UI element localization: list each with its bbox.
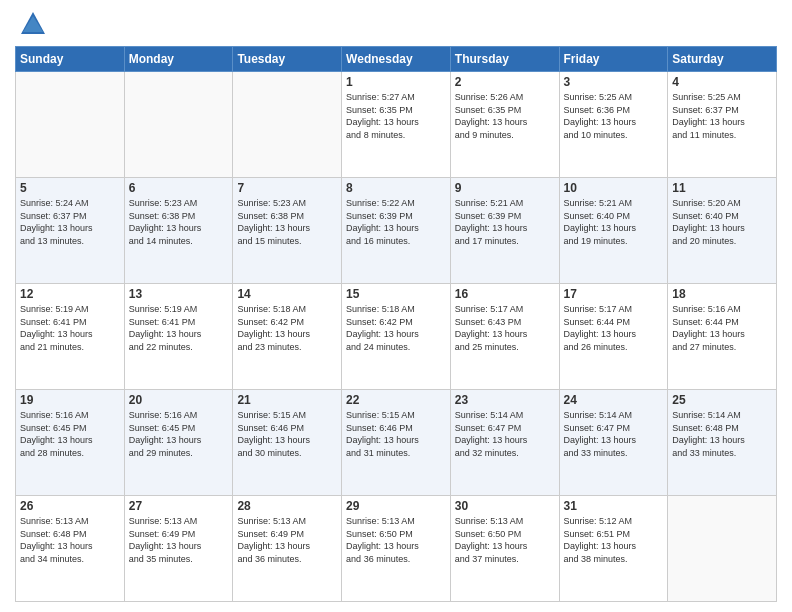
day-info: Sunrise: 5:21 AM Sunset: 6:39 PM Dayligh… bbox=[455, 197, 555, 247]
calendar-cell: 22Sunrise: 5:15 AM Sunset: 6:46 PM Dayli… bbox=[342, 390, 451, 496]
day-number: 22 bbox=[346, 393, 446, 407]
day-info: Sunrise: 5:13 AM Sunset: 6:49 PM Dayligh… bbox=[237, 515, 337, 565]
calendar-cell bbox=[124, 72, 233, 178]
day-info: Sunrise: 5:13 AM Sunset: 6:49 PM Dayligh… bbox=[129, 515, 229, 565]
calendar-cell: 26Sunrise: 5:13 AM Sunset: 6:48 PM Dayli… bbox=[16, 496, 125, 602]
logo-icon bbox=[19, 10, 47, 38]
calendar-table: SundayMondayTuesdayWednesdayThursdayFrid… bbox=[15, 46, 777, 602]
calendar-cell: 24Sunrise: 5:14 AM Sunset: 6:47 PM Dayli… bbox=[559, 390, 668, 496]
weekday-header-monday: Monday bbox=[124, 47, 233, 72]
day-info: Sunrise: 5:14 AM Sunset: 6:47 PM Dayligh… bbox=[455, 409, 555, 459]
weekday-header-tuesday: Tuesday bbox=[233, 47, 342, 72]
day-info: Sunrise: 5:16 AM Sunset: 6:45 PM Dayligh… bbox=[129, 409, 229, 459]
calendar-cell: 10Sunrise: 5:21 AM Sunset: 6:40 PM Dayli… bbox=[559, 178, 668, 284]
day-number: 11 bbox=[672, 181, 772, 195]
day-number: 21 bbox=[237, 393, 337, 407]
day-number: 15 bbox=[346, 287, 446, 301]
day-number: 18 bbox=[672, 287, 772, 301]
calendar-cell: 30Sunrise: 5:13 AM Sunset: 6:50 PM Dayli… bbox=[450, 496, 559, 602]
weekday-header-wednesday: Wednesday bbox=[342, 47, 451, 72]
calendar-cell: 2Sunrise: 5:26 AM Sunset: 6:35 PM Daylig… bbox=[450, 72, 559, 178]
day-info: Sunrise: 5:25 AM Sunset: 6:36 PM Dayligh… bbox=[564, 91, 664, 141]
calendar-cell: 6Sunrise: 5:23 AM Sunset: 6:38 PM Daylig… bbox=[124, 178, 233, 284]
week-row-1: 5Sunrise: 5:24 AM Sunset: 6:37 PM Daylig… bbox=[16, 178, 777, 284]
calendar-cell: 5Sunrise: 5:24 AM Sunset: 6:37 PM Daylig… bbox=[16, 178, 125, 284]
calendar-cell: 27Sunrise: 5:13 AM Sunset: 6:49 PM Dayli… bbox=[124, 496, 233, 602]
calendar-cell bbox=[233, 72, 342, 178]
day-info: Sunrise: 5:13 AM Sunset: 6:48 PM Dayligh… bbox=[20, 515, 120, 565]
day-info: Sunrise: 5:17 AM Sunset: 6:44 PM Dayligh… bbox=[564, 303, 664, 353]
day-number: 1 bbox=[346, 75, 446, 89]
day-info: Sunrise: 5:18 AM Sunset: 6:42 PM Dayligh… bbox=[237, 303, 337, 353]
calendar-cell: 29Sunrise: 5:13 AM Sunset: 6:50 PM Dayli… bbox=[342, 496, 451, 602]
calendar-cell: 16Sunrise: 5:17 AM Sunset: 6:43 PM Dayli… bbox=[450, 284, 559, 390]
calendar-cell: 17Sunrise: 5:17 AM Sunset: 6:44 PM Dayli… bbox=[559, 284, 668, 390]
day-info: Sunrise: 5:16 AM Sunset: 6:45 PM Dayligh… bbox=[20, 409, 120, 459]
day-number: 6 bbox=[129, 181, 229, 195]
day-number: 10 bbox=[564, 181, 664, 195]
day-info: Sunrise: 5:19 AM Sunset: 6:41 PM Dayligh… bbox=[20, 303, 120, 353]
calendar-cell: 7Sunrise: 5:23 AM Sunset: 6:38 PM Daylig… bbox=[233, 178, 342, 284]
week-row-0: 1Sunrise: 5:27 AM Sunset: 6:35 PM Daylig… bbox=[16, 72, 777, 178]
day-number: 30 bbox=[455, 499, 555, 513]
weekday-header-sunday: Sunday bbox=[16, 47, 125, 72]
header bbox=[15, 10, 777, 38]
weekday-header-thursday: Thursday bbox=[450, 47, 559, 72]
day-number: 9 bbox=[455, 181, 555, 195]
weekday-header-friday: Friday bbox=[559, 47, 668, 72]
calendar-cell: 15Sunrise: 5:18 AM Sunset: 6:42 PM Dayli… bbox=[342, 284, 451, 390]
day-info: Sunrise: 5:26 AM Sunset: 6:35 PM Dayligh… bbox=[455, 91, 555, 141]
page: SundayMondayTuesdayWednesdayThursdayFrid… bbox=[0, 0, 792, 612]
weekday-header-row: SundayMondayTuesdayWednesdayThursdayFrid… bbox=[16, 47, 777, 72]
day-info: Sunrise: 5:27 AM Sunset: 6:35 PM Dayligh… bbox=[346, 91, 446, 141]
week-row-3: 19Sunrise: 5:16 AM Sunset: 6:45 PM Dayli… bbox=[16, 390, 777, 496]
day-info: Sunrise: 5:13 AM Sunset: 6:50 PM Dayligh… bbox=[346, 515, 446, 565]
weekday-header-saturday: Saturday bbox=[668, 47, 777, 72]
day-info: Sunrise: 5:18 AM Sunset: 6:42 PM Dayligh… bbox=[346, 303, 446, 353]
week-row-2: 12Sunrise: 5:19 AM Sunset: 6:41 PM Dayli… bbox=[16, 284, 777, 390]
day-number: 17 bbox=[564, 287, 664, 301]
day-info: Sunrise: 5:12 AM Sunset: 6:51 PM Dayligh… bbox=[564, 515, 664, 565]
calendar-cell: 13Sunrise: 5:19 AM Sunset: 6:41 PM Dayli… bbox=[124, 284, 233, 390]
calendar-cell: 25Sunrise: 5:14 AM Sunset: 6:48 PM Dayli… bbox=[668, 390, 777, 496]
day-number: 2 bbox=[455, 75, 555, 89]
day-info: Sunrise: 5:15 AM Sunset: 6:46 PM Dayligh… bbox=[346, 409, 446, 459]
calendar-cell: 28Sunrise: 5:13 AM Sunset: 6:49 PM Dayli… bbox=[233, 496, 342, 602]
day-info: Sunrise: 5:25 AM Sunset: 6:37 PM Dayligh… bbox=[672, 91, 772, 141]
day-info: Sunrise: 5:14 AM Sunset: 6:48 PM Dayligh… bbox=[672, 409, 772, 459]
day-info: Sunrise: 5:24 AM Sunset: 6:37 PM Dayligh… bbox=[20, 197, 120, 247]
calendar-cell: 11Sunrise: 5:20 AM Sunset: 6:40 PM Dayli… bbox=[668, 178, 777, 284]
day-number: 19 bbox=[20, 393, 120, 407]
calendar-cell: 3Sunrise: 5:25 AM Sunset: 6:36 PM Daylig… bbox=[559, 72, 668, 178]
day-number: 26 bbox=[20, 499, 120, 513]
day-info: Sunrise: 5:21 AM Sunset: 6:40 PM Dayligh… bbox=[564, 197, 664, 247]
day-number: 13 bbox=[129, 287, 229, 301]
svg-marker-1 bbox=[23, 16, 43, 32]
calendar-cell: 23Sunrise: 5:14 AM Sunset: 6:47 PM Dayli… bbox=[450, 390, 559, 496]
calendar-cell: 20Sunrise: 5:16 AM Sunset: 6:45 PM Dayli… bbox=[124, 390, 233, 496]
day-number: 28 bbox=[237, 499, 337, 513]
day-number: 25 bbox=[672, 393, 772, 407]
calendar-cell: 14Sunrise: 5:18 AM Sunset: 6:42 PM Dayli… bbox=[233, 284, 342, 390]
calendar-cell bbox=[16, 72, 125, 178]
day-number: 31 bbox=[564, 499, 664, 513]
day-number: 5 bbox=[20, 181, 120, 195]
calendar-cell: 9Sunrise: 5:21 AM Sunset: 6:39 PM Daylig… bbox=[450, 178, 559, 284]
day-info: Sunrise: 5:16 AM Sunset: 6:44 PM Dayligh… bbox=[672, 303, 772, 353]
day-info: Sunrise: 5:19 AM Sunset: 6:41 PM Dayligh… bbox=[129, 303, 229, 353]
day-number: 14 bbox=[237, 287, 337, 301]
day-info: Sunrise: 5:23 AM Sunset: 6:38 PM Dayligh… bbox=[129, 197, 229, 247]
calendar-cell: 19Sunrise: 5:16 AM Sunset: 6:45 PM Dayli… bbox=[16, 390, 125, 496]
calendar-cell bbox=[668, 496, 777, 602]
calendar-cell: 8Sunrise: 5:22 AM Sunset: 6:39 PM Daylig… bbox=[342, 178, 451, 284]
day-number: 3 bbox=[564, 75, 664, 89]
day-number: 16 bbox=[455, 287, 555, 301]
week-row-4: 26Sunrise: 5:13 AM Sunset: 6:48 PM Dayli… bbox=[16, 496, 777, 602]
day-number: 29 bbox=[346, 499, 446, 513]
day-info: Sunrise: 5:23 AM Sunset: 6:38 PM Dayligh… bbox=[237, 197, 337, 247]
day-number: 23 bbox=[455, 393, 555, 407]
day-info: Sunrise: 5:13 AM Sunset: 6:50 PM Dayligh… bbox=[455, 515, 555, 565]
calendar-cell: 18Sunrise: 5:16 AM Sunset: 6:44 PM Dayli… bbox=[668, 284, 777, 390]
day-info: Sunrise: 5:20 AM Sunset: 6:40 PM Dayligh… bbox=[672, 197, 772, 247]
day-number: 12 bbox=[20, 287, 120, 301]
